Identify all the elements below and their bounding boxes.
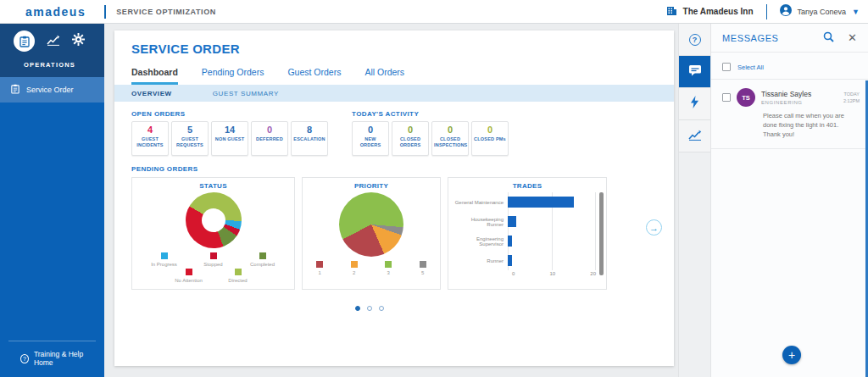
subtab-guest-summary[interactable]: GUEST SUMMARY (213, 90, 279, 97)
legend-item: Directed (214, 269, 263, 283)
training-help-link[interactable]: ? Training & Help Home (8, 341, 96, 370)
lightning-icon (690, 96, 699, 112)
legend-swatch (385, 261, 392, 268)
carousel-dot[interactable] (355, 306, 360, 311)
select-all-checkbox[interactable] (722, 63, 731, 71)
carousel-dot[interactable] (367, 306, 372, 311)
trades-scrollbar[interactable] (599, 192, 604, 275)
legend-swatch (351, 261, 358, 268)
trades-chart-panel: TRADES General MaintenanceHousekeeping R… (448, 177, 607, 290)
stat-value: 14 (212, 125, 248, 135)
sidebar-item-service-order[interactable]: Service Order (0, 77, 104, 103)
rail-reports-button[interactable] (679, 120, 710, 152)
carousel-next-button[interactable]: → (646, 219, 662, 236)
help-icon: ? (689, 34, 701, 46)
stat-label: NON GUEST (212, 136, 248, 142)
tab-guest-orders[interactable]: Guest Orders (287, 67, 341, 85)
message-checkbox[interactable] (722, 93, 731, 102)
search-icon[interactable] (823, 30, 834, 46)
new-message-button[interactable]: + (782, 346, 801, 364)
bar-row: Engineering Supervisor (453, 231, 596, 251)
legend-swatch (161, 252, 168, 259)
operations-icon[interactable] (14, 30, 35, 52)
rail-messages-button[interactable] (679, 56, 710, 88)
legend-label: 3 (387, 270, 390, 275)
bar[interactable] (508, 255, 512, 266)
stat-label: GUEST REQUESTS (172, 136, 208, 149)
legend-item: 3 (371, 261, 406, 275)
stat-value: 8 (292, 125, 327, 135)
stat-label: CLOSED PMs (472, 136, 508, 142)
legend-label: Directed (228, 278, 247, 283)
subtab-overview[interactable]: OVERVIEW (131, 90, 172, 97)
legend-item: 5 (406, 261, 441, 275)
property-name[interactable]: The Amadeus Inn (683, 7, 754, 16)
tab-pending-orders[interactable]: Pending Orders (202, 67, 264, 85)
bar-track (508, 251, 596, 270)
bar-category-label: General Maintenance (453, 200, 508, 205)
priority-chart-panel: PRIORITY 1235 (302, 177, 441, 290)
open-orders-group: OPEN ORDERS 4GUEST INCIDENTS5GUEST REQUE… (131, 110, 328, 156)
close-icon[interactable]: ✕ (848, 32, 857, 43)
bar-row: Runner (453, 251, 596, 270)
legend-swatch (420, 261, 426, 268)
carousel-dots (131, 299, 607, 314)
rail-help-button[interactable]: ? (679, 24, 710, 56)
legend-item: Stopped (189, 252, 238, 267)
stat-label: CLOSED ORDERS (392, 136, 428, 149)
stat-value: 4 (132, 125, 168, 135)
stat-card[interactable]: 0CLOSED ORDERS (392, 121, 429, 156)
messages-title: MESSAGES (722, 33, 779, 43)
priority-pie-chart[interactable] (339, 192, 403, 257)
legend-label: No Attention (175, 278, 203, 283)
legend-swatch (210, 252, 217, 259)
stat-label: CLOSED INSPECTIONS (432, 136, 468, 149)
right-icon-rail: ? (678, 24, 710, 377)
help-icon: ? (20, 354, 29, 363)
trades-chart-title: TRADES (448, 182, 606, 190)
tab-all-orders[interactable]: All Orders (364, 67, 404, 85)
tab-dashboard[interactable]: Dashboard (131, 67, 178, 85)
x-tick-label: 0 (512, 271, 515, 276)
select-all-row: Select All (711, 53, 868, 80)
stat-card[interactable]: 0CLOSED INSPECTIONS (431, 121, 469, 156)
bar-row: Housekeeping Runner (453, 212, 596, 231)
stat-value: 0 (252, 125, 287, 135)
carousel-dot[interactable] (379, 306, 384, 311)
stat-card[interactable]: 0CLOSED PMs (471, 121, 509, 156)
stat-label: NEW ORDERS (353, 136, 388, 149)
status-donut-chart[interactable] (186, 192, 242, 248)
stat-card[interactable]: 0DEFERRED (251, 121, 288, 156)
user-name[interactable]: Tanya Coneva (798, 8, 847, 16)
messages-panel: MESSAGES ✕ Select All TS Tissanie Sayles… (710, 24, 868, 377)
stat-card[interactable]: 8ESCALATION (291, 121, 328, 156)
rail-quick-actions-button[interactable] (679, 88, 710, 120)
stat-label: DEFERRED (252, 136, 287, 142)
chevron-down-icon[interactable]: ▼ (852, 8, 860, 16)
message-list-item[interactable]: TS Tissanie Sayles ENGINEERING TODAY 2:1… (711, 80, 868, 149)
left-sidebar: OPERATIONS Service Order ? Training & He… (0, 24, 104, 377)
bar[interactable] (508, 236, 512, 247)
bar-track (508, 192, 596, 212)
charts-row: STATUS In ProgressStoppedCompletedNo Att… (131, 177, 607, 290)
stat-card[interactable]: 4GUEST INCIDENTS (131, 121, 169, 156)
open-orders-label: OPEN ORDERS (131, 110, 328, 118)
gear-icon[interactable] (72, 33, 85, 49)
select-all-label: Select All (737, 64, 764, 71)
sidebar-top-section: OPERATIONS (0, 24, 104, 77)
message-body: Please call me when you are done fixing … (763, 112, 856, 140)
bar[interactable] (508, 216, 516, 227)
stat-card[interactable]: 0NEW ORDERS (352, 121, 389, 156)
stat-card[interactable]: 5GUEST REQUESTS (171, 121, 209, 156)
trend-icon (688, 129, 702, 144)
legend-label: Completed (250, 262, 275, 267)
legend-item: No Attention (164, 269, 214, 283)
sub-tabs: OVERVIEW GUEST SUMMARY (114, 85, 674, 102)
analytics-icon[interactable] (47, 34, 60, 49)
stat-card[interactable]: 14NON GUEST (211, 121, 248, 156)
building-icon (666, 4, 677, 19)
top-bar: amadeus SERVICE OPTIMIZATION The Amadeus… (0, 0, 868, 24)
stat-label: ESCALATION (292, 136, 327, 142)
todays-activity-cards: 0NEW ORDERS0CLOSED ORDERS0CLOSED INSPECT… (352, 121, 509, 156)
bar[interactable] (508, 197, 574, 208)
